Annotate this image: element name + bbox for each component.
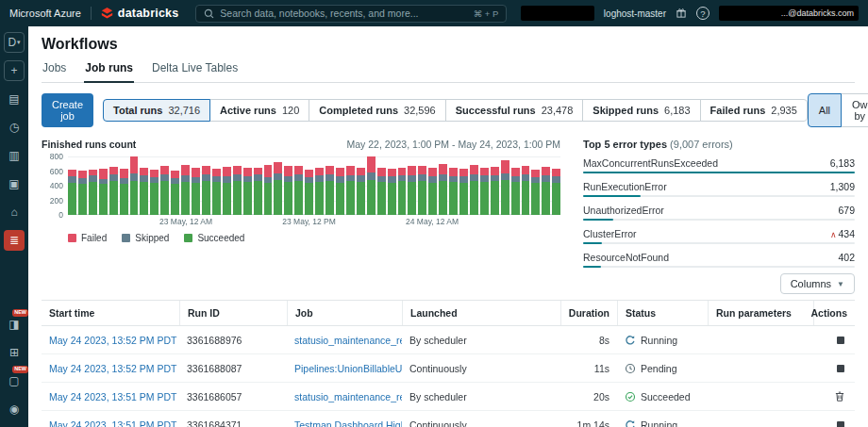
- failed-segment: [192, 168, 200, 176]
- column-header-status[interactable]: Status: [617, 301, 708, 325]
- succeeded-icon: [625, 391, 636, 402]
- error-type-row[interactable]: UnauthorizedError679: [583, 205, 855, 221]
- search-input[interactable]: [220, 8, 467, 19]
- chart-bar: [428, 156, 437, 215]
- stop-run-button[interactable]: [834, 334, 847, 347]
- stat-completed-runs[interactable]: Completed runs32,596: [309, 99, 445, 122]
- workspace-switcher-glyph: D: [8, 36, 16, 49]
- skipped-segment: [501, 173, 509, 180]
- run-start-time-link[interactable]: May 24 2023, 13:52 PM PDT: [42, 326, 179, 353]
- succeeded-segment: [428, 183, 437, 215]
- tab-delta-live-tables[interactable]: Delta Live Tables: [151, 61, 239, 82]
- skipped-segment: [254, 174, 262, 181]
- succeeded-segment: [212, 182, 221, 215]
- chart-bar: [408, 156, 416, 215]
- error-type-row[interactable]: RunExecutionError1,309: [583, 181, 855, 197]
- stat-label: Failed runs: [710, 105, 766, 116]
- profile-icon[interactable]: ◉: [4, 399, 25, 419]
- failed-swatch: [68, 234, 76, 242]
- succeeded-segment: [160, 181, 169, 215]
- stat-failed-runs[interactable]: Failed runs2,935: [700, 99, 808, 122]
- run-start-time-link[interactable]: May 24 2023, 13:52 PM PDT: [42, 354, 179, 382]
- run-start-time-link[interactable]: May 24 2023, 13:51 PM PDT: [42, 383, 179, 410]
- apps-icon[interactable]: ⊞: [4, 342, 25, 363]
- workflows-icon[interactable]: ≣: [4, 230, 25, 251]
- job-link[interactable]: Pipelines:UnionBillableUsa...: [287, 354, 402, 382]
- failed-segment: [78, 171, 87, 178]
- skipped-segment: [89, 175, 97, 182]
- catalog-icon[interactable]: ▥: [4, 145, 25, 166]
- stat-active-runs[interactable]: Active runs120: [209, 99, 309, 122]
- stop-run-button[interactable]: [834, 419, 847, 427]
- skipped-segment: [181, 175, 190, 182]
- tab-job-runs[interactable]: Job runs: [84, 61, 134, 83]
- chart-bar: [284, 156, 292, 215]
- tab-jobs[interactable]: Jobs: [42, 61, 67, 82]
- help-icon[interactable]: ?: [696, 7, 709, 20]
- run-start-time-link[interactable]: May 24 2023, 13:51 PM PDT: [42, 411, 179, 427]
- column-header-duration[interactable]: Duration: [560, 301, 617, 325]
- error-type-row[interactable]: ResourceNotFound402: [583, 252, 855, 268]
- skipped-segment: [274, 173, 282, 180]
- succeeded-segment: [254, 181, 262, 215]
- chart-date-range[interactable]: May 22, 2023, 1:00 PM - May 24, 2023, 1:…: [347, 139, 560, 150]
- stat-total-runs[interactable]: Total runs32,716: [103, 99, 210, 122]
- global-search[interactable]: ⌘ + P: [195, 5, 507, 23]
- job-link[interactable]: statusio_maintenance_rem...: [287, 326, 402, 353]
- skipped-segment: [408, 175, 416, 182]
- filter-all-button[interactable]: All: [808, 93, 842, 127]
- create-job-button[interactable]: Create job: [42, 93, 93, 127]
- workflows-icon-glyph: ≣: [9, 234, 19, 247]
- job-link[interactable]: statusio_maintenance_rem...: [287, 383, 402, 410]
- column-header-launched[interactable]: Launched: [402, 301, 560, 325]
- whats-new-icon[interactable]: [676, 8, 687, 19]
- failed-segment: [305, 170, 313, 178]
- columns-button[interactable]: Columns ▼: [780, 273, 855, 294]
- error-bar: [583, 172, 855, 173]
- succeeded-segment: [120, 184, 128, 215]
- chart-bar: [491, 156, 499, 215]
- legend-label: Skipped: [135, 233, 169, 243]
- error-bar-track: [583, 242, 855, 244]
- succeeded-segment: [274, 180, 282, 215]
- compute-icon[interactable]: ▣: [4, 173, 25, 194]
- column-header-start-time[interactable]: Start time: [42, 301, 179, 325]
- y-axis-tick: 800: [42, 152, 63, 161]
- stop-run-button[interactable]: [834, 362, 847, 375]
- workspace-switcher[interactable]: D▾: [4, 32, 25, 53]
- error-count-value: 434: [838, 228, 855, 239]
- sidebar: D▾+▤◷▥▣⌂≣◨NEW⊞▢NEW◉: [0, 26, 28, 427]
- chart-bar: [522, 156, 530, 215]
- error-type-count: 6,183: [830, 157, 855, 169]
- sql-icon[interactable]: ▢NEW: [4, 370, 25, 391]
- status-label: Running: [641, 419, 677, 427]
- workspace-icon[interactable]: ▤: [4, 89, 25, 109]
- chart-bar: [212, 156, 221, 215]
- account-menu[interactable]: ...@databricks.com: [719, 6, 859, 21]
- succeeded-segment: [367, 180, 376, 216]
- recents-icon[interactable]: ◷: [4, 117, 25, 138]
- databricks-brand[interactable]: databricks: [101, 7, 179, 20]
- home-icon[interactable]: ⌂: [4, 202, 25, 222]
- skipped-segment: [459, 176, 468, 183]
- column-header-job[interactable]: Job: [287, 301, 402, 325]
- filter-owned-by-me-button[interactable]: Owned by me: [841, 93, 868, 127]
- stat-successful-runs[interactable]: Successful runs23,478: [445, 99, 584, 122]
- failed-segment: [202, 166, 210, 174]
- failed-segment: [542, 167, 550, 175]
- stat-skipped-runs[interactable]: Skipped runs6,183: [582, 99, 700, 122]
- column-header-run-parameters[interactable]: Run parameters: [708, 301, 813, 325]
- delete-run-button[interactable]: [832, 388, 847, 404]
- failed-segment: [367, 156, 376, 172]
- column-header-actions[interactable]: Actions: [813, 301, 855, 325]
- marketplace-icon[interactable]: ◨NEW: [4, 314, 25, 335]
- chevron-down-icon: ▼: [837, 280, 844, 288]
- legend-label: Succeeded: [197, 233, 244, 243]
- new-button[interactable]: +: [4, 60, 25, 81]
- job-link[interactable]: Testman Dashboard High F...: [287, 411, 402, 427]
- error-type-row[interactable]: MaxConcurrentRunsExceeded6,183: [583, 157, 855, 173]
- error-bar: [583, 242, 602, 244]
- column-header-run-id[interactable]: Run ID: [179, 301, 287, 325]
- status-label: Succeeded: [641, 391, 691, 402]
- error-type-row[interactable]: ClusterError∧434: [583, 228, 855, 244]
